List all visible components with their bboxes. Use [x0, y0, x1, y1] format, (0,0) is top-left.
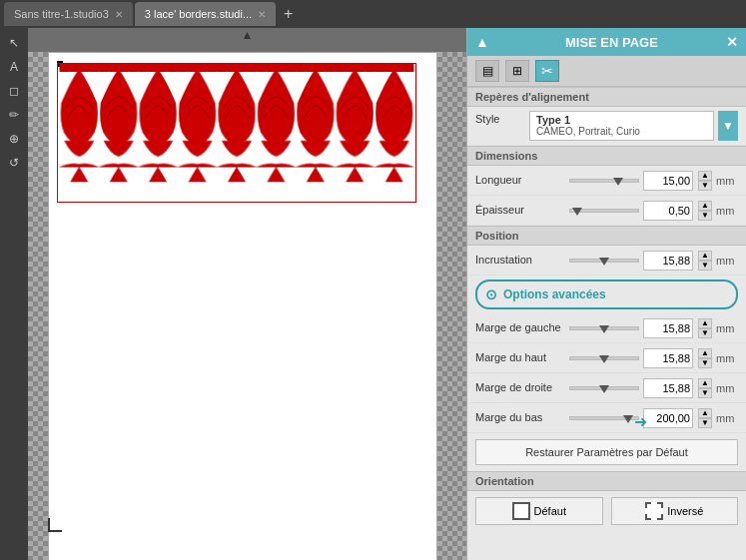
tool-pen[interactable]: ✏: [3, 104, 25, 126]
marge-droite-up[interactable]: ▲: [698, 378, 712, 388]
restore-button[interactable]: Restaurer Paramètres par Défaut: [475, 439, 738, 465]
marge-gauche-label: Marge de gauche: [475, 321, 565, 334]
marge-haut-unit: mm: [716, 352, 738, 364]
marge-haut-row: Marge du haut 15,88 ▲ ▼ mm: [467, 343, 746, 373]
longueur-up[interactable]: ▲: [698, 171, 712, 181]
inverse-label: Inversé: [667, 505, 703, 517]
left-toolbar: ↖ A ◻ ✏ ⊕ ↺: [0, 28, 28, 560]
longueur-slider[interactable]: [569, 179, 639, 183]
marge-gauche-down[interactable]: ▼: [698, 328, 712, 338]
tab-label-2: 3 lace' borders.studi...: [145, 8, 252, 20]
tab-label-1: Sans titre-1.studio3: [14, 8, 109, 20]
marge-gauche-slider[interactable]: [569, 326, 639, 330]
incrustation-up[interactable]: ▲: [698, 251, 712, 261]
position-section: Position: [467, 226, 746, 246]
epaisseur-unit: mm: [716, 205, 738, 217]
incrustation-slider[interactable]: [569, 259, 639, 263]
panel-icon-bar: ▤ ⊞ ✂: [467, 56, 746, 87]
right-panel: ▲ MISE EN PAGE ✕ ▤ ⊞ ✂ Repères d'alignem…: [466, 28, 746, 560]
marge-gauche-up[interactable]: ▲: [698, 318, 712, 328]
tab-lace-borders[interactable]: 3 lace' borders.studi... ✕: [135, 2, 276, 26]
incrustation-unit: mm: [716, 255, 738, 267]
marge-bas-slider[interactable]: ➜: [569, 416, 639, 420]
epaisseur-input[interactable]: 0,50: [643, 201, 693, 221]
tab-sans-titre[interactable]: Sans titre-1.studio3 ✕: [4, 2, 133, 26]
incrustation-input[interactable]: 15,88: [643, 251, 693, 271]
defaut-icon: [512, 502, 530, 520]
inverse-button[interactable]: Inversé: [611, 497, 739, 525]
longueur-row: Longueur 15,00 ▲ ▼ mm: [467, 166, 746, 196]
style-dropdown-button[interactable]: ▼: [718, 111, 738, 141]
marge-bas-down[interactable]: ▼: [698, 418, 712, 428]
style-value-box: Type 1 CAMEO, Portrait, Curio: [529, 111, 714, 141]
position-label: Position: [475, 230, 518, 242]
marge-bas-unit: mm: [716, 412, 738, 424]
marge-bas-label: Marge du bas: [475, 411, 565, 424]
style-label: Style: [475, 111, 525, 125]
epaisseur-slider[interactable]: [569, 209, 639, 213]
cut-icon-btn[interactable]: ✂: [535, 60, 559, 82]
grid-icon: ⊞: [512, 64, 522, 78]
marge-bas-spinners: ▲ ▼: [698, 408, 712, 428]
longueur-input[interactable]: 15,00: [643, 171, 693, 191]
tab-close-1[interactable]: ✕: [115, 9, 123, 20]
alignment-label: Repères d'alignement: [475, 91, 589, 103]
tool-rotate[interactable]: ↺: [3, 152, 25, 174]
epaisseur-row: Épaisseur 0,50 ▲ ▼ mm: [467, 196, 746, 226]
orientation-section: Orientation: [467, 471, 746, 491]
tool-text[interactable]: A: [3, 56, 25, 78]
top-arrow: ▲: [242, 28, 254, 42]
longueur-label: Longueur: [475, 174, 565, 187]
marge-bas-row: Marge du bas ➜ 200,00 ▲ ▼ mm: [467, 403, 746, 433]
page-icon-btn[interactable]: ▤: [475, 60, 499, 82]
dimensions-label: Dimensions: [475, 150, 537, 162]
style-type: Type 1: [536, 114, 707, 126]
marge-haut-input[interactable]: 15,88: [643, 348, 693, 368]
options-label: Options avancées: [503, 287, 606, 301]
longueur-down[interactable]: ▼: [698, 181, 712, 191]
marge-droite-unit: mm: [716, 382, 738, 394]
marge-bas-up[interactable]: ▲: [698, 408, 712, 418]
longueur-unit: mm: [716, 175, 738, 187]
style-sub: CAMEO, Portrait, Curio: [536, 126, 707, 137]
page-icon: ▤: [482, 64, 493, 78]
panel-title-bar: ▲ MISE EN PAGE ✕: [467, 28, 746, 56]
marge-droite-input[interactable]: 15,88: [643, 378, 693, 398]
orientation-label: Orientation: [475, 475, 534, 487]
collapse-arrow[interactable]: ▲: [475, 34, 489, 50]
dimensions-section: Dimensions: [467, 146, 746, 166]
tab-add-button[interactable]: +: [278, 5, 299, 23]
main-area: ↖ A ◻ ✏ ⊕ ↺ ▲: [0, 28, 746, 560]
defaut-button[interactable]: Défaut: [475, 497, 603, 525]
incrustation-down[interactable]: ▼: [698, 261, 712, 271]
tool-select[interactable]: ↖: [3, 32, 25, 54]
lace-design-svg: [58, 64, 415, 202]
alignment-section: Repères d'alignement: [467, 87, 746, 107]
marge-gauche-input[interactable]: 15,88: [643, 318, 693, 338]
checker-right: [437, 52, 466, 560]
grid-icon-btn[interactable]: ⊞: [505, 60, 529, 82]
epaisseur-up[interactable]: ▲: [698, 201, 712, 211]
marge-bas-input[interactable]: 200,00: [643, 408, 693, 428]
marge-haut-up[interactable]: ▲: [698, 348, 712, 358]
marge-haut-down[interactable]: ▼: [698, 358, 712, 368]
epaisseur-spinners: ▲ ▼: [698, 201, 712, 221]
panel-close-button[interactable]: ✕: [726, 34, 738, 50]
checker-left: [28, 52, 48, 560]
canvas-paper: [48, 52, 437, 560]
marge-droite-spinners: ▲ ▼: [698, 378, 712, 398]
inverse-icon: [645, 502, 663, 520]
epaisseur-down[interactable]: ▼: [698, 211, 712, 221]
marge-gauche-unit: mm: [716, 322, 738, 334]
marge-droite-down[interactable]: ▼: [698, 388, 712, 398]
marge-droite-slider[interactable]: [569, 386, 639, 390]
marge-haut-slider[interactable]: [569, 356, 639, 360]
marge-gauche-row: Marge de gauche 15,88 ▲ ▼ mm: [467, 313, 746, 343]
tab-close-2[interactable]: ✕: [258, 9, 266, 20]
arrow-annotation-icon: ➜: [634, 412, 647, 431]
tool-point[interactable]: ⊕: [3, 128, 25, 150]
tool-shape[interactable]: ◻: [3, 80, 25, 102]
panel-title: MISE EN PAGE: [565, 35, 658, 50]
dropdown-arrow-icon: ▼: [722, 119, 734, 133]
options-avancees-button[interactable]: ⊙ Options avancées: [475, 280, 738, 309]
